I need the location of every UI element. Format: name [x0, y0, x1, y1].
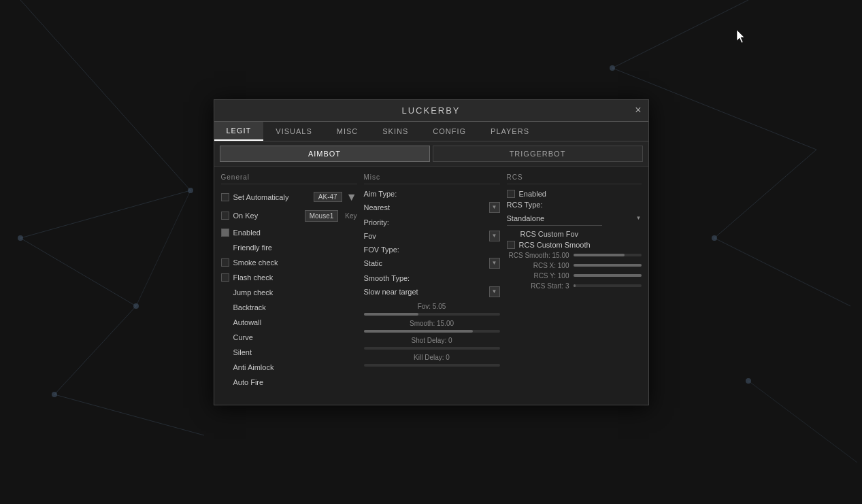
flash-check-label: Flash check [233, 273, 273, 282]
rcs-start-bar[interactable] [574, 284, 642, 287]
smooth-type-dropdown[interactable]: ▼ [489, 286, 500, 297]
misc-section-title: Misc [364, 173, 500, 184]
kill-delay-track[interactable] [364, 364, 500, 367]
curve-row: Curve [221, 332, 357, 343]
rcs-type-value: Standalone [507, 214, 550, 222]
autowall-label: Autowall [233, 318, 262, 326]
rcs-type-label: RCS Type: [507, 201, 543, 209]
set-automatically-row: Set Automaticaly AK-47 ▼ [221, 190, 357, 205]
misc-column: Misc Aim Type: Nearest ▼ Priority: Fov ▼ [364, 173, 500, 392]
aim-type-dropdown[interactable]: ▼ [489, 202, 500, 213]
rcs-column: RCS Enabled RCS Type: Standalone ▼ [507, 173, 642, 392]
enabled-label: Enabled [233, 229, 261, 237]
tab-skins[interactable]: SKINS [370, 122, 420, 141]
modal-title: LUCKERBY [401, 105, 460, 116]
fov-row: Fov ▼ [364, 231, 500, 241]
modal-overlay: LUCKERBY × LEGIT VISUALS MISC SKINS CONF… [0, 0, 862, 504]
flash-check-row: Flash check [221, 272, 357, 283]
general-column: General Set Automaticaly AK-47 ▼ On Key … [221, 173, 357, 392]
rcs-smooth-bar[interactable] [574, 254, 642, 256]
rcs-enabled-checkbox[interactable] [507, 190, 515, 198]
rcs-type-dropdown[interactable]: ▼ [553, 213, 642, 224]
smooth-slider-track[interactable] [364, 330, 500, 333]
smoke-check-row: Smoke check [221, 257, 357, 268]
aim-type-value-row: Nearest ▼ [364, 202, 500, 213]
tab-visuals[interactable]: VISUALS [263, 122, 324, 141]
fov-type-value-row: Static ▼ [364, 258, 500, 269]
fov-slider-row: Fov: 5.05 [364, 303, 500, 316]
sub-tab-triggerbot[interactable]: TRIGGERBOT [433, 146, 643, 162]
aim-type-value: Nearest [364, 203, 391, 212]
general-section-title: General [221, 173, 357, 184]
rcs-y-row: RCS Y: 100 [507, 272, 642, 280]
rcs-x-fill [574, 264, 642, 267]
rcs-x-row: RCS X: 100 [507, 262, 642, 269]
shot-delay-slider-row: Shot Delay: 0 [364, 337, 500, 350]
rcs-custom-smooth-checkbox[interactable] [507, 241, 515, 249]
smooth-slider-label: Smooth: 15.00 [364, 320, 500, 327]
sub-tab-aimbot[interactable]: AIMBOT [220, 146, 430, 162]
rcs-start-row: RCS Start: 3 [507, 282, 642, 290]
jump-check-label: Jump check [233, 288, 273, 297]
fov-slider-track[interactable] [364, 313, 500, 316]
jump-check-row: Jump check [221, 287, 357, 298]
shot-delay-label: Shot Delay: 0 [364, 337, 500, 344]
aim-type-label: Aim Type: [364, 190, 397, 198]
rcs-custom-smooth-label: RCS Custom Smooth [519, 241, 591, 249]
set-automatically-checkbox[interactable] [221, 193, 229, 201]
fov-type-row: FOV Type: [364, 246, 500, 254]
silent-row: Silent [221, 347, 357, 358]
rcs-y-bar[interactable] [574, 274, 642, 277]
tab-misc[interactable]: MISC [325, 122, 371, 141]
priority-row: Priority: [364, 218, 500, 226]
rcs-custom-fov-row: RCS Custom Fov [507, 230, 642, 238]
fov-type-dropdown[interactable]: ▼ [489, 258, 500, 269]
auto-fire-row: Auto Fire [221, 377, 357, 388]
rcs-custom-fov-label: RCS Custom Fov [507, 230, 579, 238]
anti-aimlock-label: Anti Aimlock [233, 363, 274, 371]
rcs-enabled-label: Enabled [519, 190, 546, 198]
backtrack-row: Backtrack [221, 302, 357, 313]
mouse-key-value[interactable]: Mouse1 [305, 210, 339, 222]
rcs-smooth-label: RCS Smooth: 15.00 [509, 252, 569, 259]
rcs-x-label: RCS X: 100 [533, 262, 569, 269]
friendly-fire-label: Friendly fire [233, 243, 272, 252]
priority-label: Priority: [364, 218, 389, 226]
flash-check-checkbox[interactable] [221, 273, 229, 282]
enabled-checkbox[interactable] [221, 229, 229, 237]
set-automatically-label: Set Automaticaly [233, 193, 289, 201]
rcs-y-label: RCS Y: 100 [533, 272, 569, 280]
backtrack-label: Backtrack [233, 303, 266, 312]
silent-label: Silent [233, 348, 252, 356]
weapon-value: AK-47 [314, 192, 342, 202]
rcs-smooth-row: RCS Smooth: 15.00 [507, 252, 642, 259]
fov-slider-fill [364, 313, 418, 316]
friendly-fire-row: Friendly fire [221, 242, 357, 253]
key-label: Key [345, 212, 357, 220]
modal-window: LUCKERBY × LEGIT VISUALS MISC SKINS CONF… [214, 99, 649, 405]
fov-slider-label: Fov: 5.05 [364, 303, 500, 310]
close-button[interactable]: × [635, 104, 641, 116]
rcs-type-value-row: Standalone ▼ [507, 213, 642, 224]
tab-bar: LEGIT VISUALS MISC SKINS CONFIG PLAYERS [214, 122, 648, 141]
on-key-checkbox[interactable] [221, 212, 229, 220]
rcs-start-fill [574, 284, 576, 287]
fov-label: Fov [364, 232, 376, 240]
rcs-type-label-row: RCS Type: [507, 201, 642, 209]
weapon-dropdown-arrow[interactable]: ▼ [346, 191, 357, 203]
fov-dropdown[interactable]: ▼ [489, 231, 500, 241]
enabled-row: Enabled [221, 227, 357, 238]
smoke-check-checkbox[interactable] [221, 258, 229, 267]
smooth-type-label: Smooth Type: [364, 274, 410, 282]
tab-config[interactable]: CONFIG [420, 122, 478, 141]
on-key-row: On Key Mouse1 Key [221, 209, 357, 223]
autowall-row: Autowall [221, 317, 357, 328]
rcs-x-bar[interactable] [574, 264, 642, 267]
smooth-type-value: Slow near target [364, 288, 418, 296]
shot-delay-track[interactable] [364, 347, 500, 350]
smooth-type-value-row: Slow near target ▼ [364, 286, 500, 297]
on-key-label: On Key [233, 212, 259, 220]
tab-legit[interactable]: LEGIT [214, 122, 264, 141]
aim-type-row: Aim Type: [364, 190, 500, 198]
tab-players[interactable]: PLAYERS [478, 122, 542, 141]
